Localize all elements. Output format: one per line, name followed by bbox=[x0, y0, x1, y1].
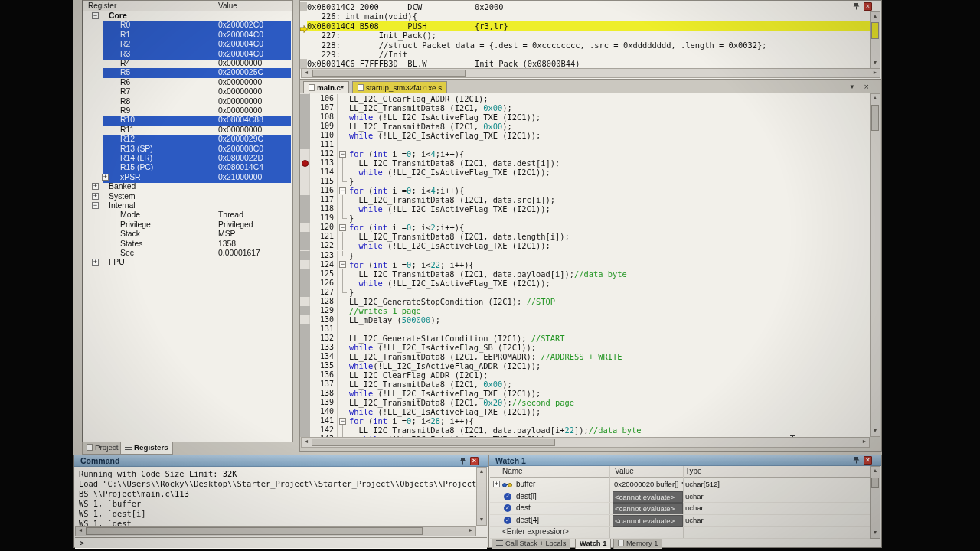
scroll-thumb[interactable] bbox=[871, 478, 879, 488]
scroll-up-icon[interactable]: ▲ bbox=[477, 468, 486, 477]
scroll-down-icon[interactable]: ▼ bbox=[871, 427, 880, 436]
code-line[interactable]: 124−for (int i =0; i<22; i++){ bbox=[300, 260, 871, 269]
expander-icon[interactable]: − bbox=[92, 202, 99, 209]
pin-icon[interactable] bbox=[852, 456, 860, 465]
tree-group-internal[interactable]: −Internal bbox=[83, 201, 292, 211]
expander-icon[interactable]: + bbox=[92, 183, 99, 190]
code-line[interactable]: 131 bbox=[300, 324, 871, 334]
code-line[interactable]: 123} bbox=[300, 251, 871, 260]
code-line[interactable]: 107LL_I2C_TransmitData8 (I2C1, 0x00); bbox=[300, 103, 871, 112]
watch-value[interactable] bbox=[612, 527, 683, 538]
expander-icon[interactable]: − bbox=[92, 12, 99, 19]
code-line[interactable]: 130LL_mDelay (500000); bbox=[300, 315, 871, 324]
disassembly-line[interactable]: 0x080014C2 2000 DCW 0x2000 bbox=[307, 2, 870, 11]
code-line[interactable]: 111 bbox=[300, 140, 871, 149]
register-row[interactable]: R100x08004C88 bbox=[83, 116, 292, 126]
watch-row[interactable]: ✓dest[i]<cannot evaluate>uchar bbox=[490, 491, 870, 504]
watch-value[interactable]: <cannot evaluate> bbox=[612, 503, 683, 514]
scroll-right-icon[interactable]: ► bbox=[466, 527, 475, 536]
expander-icon[interactable]: + bbox=[493, 481, 500, 487]
code-line[interactable]: 115} bbox=[300, 177, 871, 186]
breakpoint-icon[interactable] bbox=[302, 160, 309, 167]
scroll-left-icon[interactable]: ◄ bbox=[302, 69, 311, 78]
register-row[interactable]: R15 (PC)0x080014C4 bbox=[83, 163, 292, 173]
disassembly-hscrollbar[interactable]: ◄ ► bbox=[301, 68, 880, 78]
register-row[interactable]: R40x00000000 bbox=[83, 59, 292, 69]
close-icon[interactable]: × bbox=[470, 457, 479, 465]
scroll-down-icon[interactable]: ▼ bbox=[871, 529, 880, 538]
fold-collapse-icon[interactable]: − bbox=[339, 224, 346, 231]
register-row[interactable]: R10x200004C0 bbox=[83, 31, 292, 41]
fold-collapse-icon[interactable]: − bbox=[339, 261, 346, 268]
internal-row[interactable]: States1358 bbox=[83, 240, 292, 249]
code-line[interactable]: 138while (!LL_I2C_IsActiveFlag_TXE (I2C1… bbox=[300, 389, 871, 398]
tab-registers[interactable]: Registers bbox=[120, 442, 173, 455]
register-row[interactable]: R60x00000000 bbox=[83, 78, 292, 88]
scroll-down-icon[interactable]: ▼ bbox=[871, 59, 880, 68]
code-line[interactable]: 136LL_I2C_ClearFlag_ADDR (I2C1); bbox=[300, 370, 871, 380]
code-line[interactable]: 135while(!LL_I2C_IsActiveFlag_ADDR (I2C1… bbox=[300, 361, 871, 370]
register-row[interactable]: R50x2000025C bbox=[83, 68, 292, 78]
code-line[interactable]: 126 while (!LL_I2C_IsActiveFlag_TXE (I2C… bbox=[300, 279, 871, 288]
code-line[interactable]: 113 LL_I2C_TransmitData8 (I2C1, data.des… bbox=[300, 158, 871, 168]
scroll-thumb[interactable] bbox=[86, 527, 423, 535]
watch-value[interactable]: 0x20000020 buffer[] "" bbox=[612, 479, 683, 491]
register-row[interactable]: R00x200002C0 bbox=[83, 21, 292, 31]
expander-icon[interactable]: + bbox=[92, 259, 99, 266]
tab-list-dropdown-icon[interactable]: ▼ bbox=[849, 83, 855, 90]
code-line[interactable]: 134LL_I2C_TransmitData8 (I2C1, EEPROMADR… bbox=[300, 352, 871, 361]
disassembly-line[interactable]: 0x080014C4 B508 PUSH {r3,lr} bbox=[307, 21, 870, 31]
disassembly-line[interactable]: 227: Init_Pack(); bbox=[307, 31, 870, 40]
tree-group-fpu[interactable]: +FPU bbox=[83, 258, 292, 268]
close-icon[interactable]: × bbox=[864, 456, 872, 465]
register-row[interactable]: R14 (LR)0x0800022D bbox=[83, 154, 292, 164]
code-line[interactable]: 140while (!LL_I2C_IsActiveFlag_TXE (I2C1… bbox=[300, 407, 871, 416]
register-row[interactable]: R120x2000029C bbox=[83, 135, 292, 145]
code-line[interactable]: 137LL_I2C_TransmitData8 (I2C1, 0x00); bbox=[300, 380, 871, 389]
pin-icon[interactable] bbox=[459, 457, 466, 465]
code-line[interactable]: 121 LL_I2C_TransmitData8 (I2C1, data.len… bbox=[300, 232, 871, 241]
watch-row[interactable]: <Enter expression> bbox=[490, 527, 870, 539]
watch-row[interactable]: ✓dest[4]<cannot evaluate>uchar bbox=[490, 515, 870, 527]
code-line[interactable]: 114 while (!LL_I2C_IsActiveFlag_TXE (I2C… bbox=[300, 168, 871, 177]
watch-row[interactable]: +buffer0x20000020 buffer[] ""uchar[512] bbox=[490, 479, 870, 491]
code-line[interactable]: 129//writes 1 page bbox=[300, 306, 871, 315]
internal-row[interactable]: PrivilegePrivileged bbox=[83, 220, 292, 230]
code-line[interactable]: 122 while (!LL_I2C_IsActiveFlag_TXE (I2C… bbox=[300, 241, 871, 250]
editor-vscrollbar[interactable]: ▲ ▼ bbox=[870, 93, 880, 437]
scroll-right-icon[interactable]: ► bbox=[871, 69, 880, 78]
code-line[interactable]: 109LL_I2C_TransmitData8 (I2C1, 0x00); bbox=[300, 122, 871, 131]
tree-group-banked[interactable]: +Banked bbox=[83, 182, 292, 192]
disassembly-vscrollbar[interactable]: ▲ ▼ bbox=[870, 11, 880, 69]
code-line[interactable]: 108while (!LL_I2C_IsActiveFlag_TXE (I2C1… bbox=[300, 112, 871, 122]
expander-icon[interactable]: + bbox=[92, 193, 99, 200]
code-line[interactable]: 117 LL_I2C_TransmitData8 (I2C1, data.src… bbox=[300, 195, 871, 204]
internal-row[interactable]: StackMSP bbox=[83, 230, 292, 240]
editor-hscrollbar[interactable]: ◄ ► bbox=[301, 437, 870, 448]
scroll-up-icon[interactable]: ▲ bbox=[871, 467, 880, 476]
code-line[interactable]: 116−for (int i =0; i<4;i++){ bbox=[300, 186, 871, 195]
code-line[interactable]: 112−for (int i =0; i<4;i++){ bbox=[300, 149, 871, 158]
scroll-down-icon[interactable]: ▼ bbox=[477, 516, 486, 525]
register-row[interactable]: R70x00000000 bbox=[83, 87, 292, 97]
disassembly-line[interactable]: 228: //struct Packet data = {.dest = 0xc… bbox=[307, 41, 870, 50]
pin-icon[interactable] bbox=[852, 2, 860, 11]
scroll-thumb[interactable] bbox=[312, 439, 555, 446]
code-line[interactable]: 118 while (!LL_I2C_IsActiveFlag_TXE (I2C… bbox=[300, 204, 871, 214]
code-line[interactable]: 141−for (int i =0; i<28; i++){ bbox=[300, 416, 871, 425]
register-row[interactable]: R80x00000000 bbox=[83, 97, 292, 107]
command-hscrollbar[interactable]: ◄ ► bbox=[75, 526, 476, 536]
tree-group-system[interactable]: +System bbox=[83, 192, 292, 202]
code-line[interactable]: 132LL_I2C_GenerateStartCondition (I2C1);… bbox=[300, 334, 871, 343]
watch-value[interactable]: <cannot evaluate> bbox=[612, 491, 683, 503]
watch-row[interactable]: ✓dest<cannot evaluate>uchar bbox=[490, 503, 870, 515]
close-document-icon[interactable]: × bbox=[864, 82, 869, 91]
scroll-left-icon[interactable]: ◄ bbox=[76, 527, 85, 536]
scroll-left-icon[interactable]: ◄ bbox=[302, 438, 311, 447]
scroll-thumb[interactable] bbox=[871, 105, 879, 131]
code-line[interactable]: 127} bbox=[300, 288, 871, 297]
register-row[interactable]: R30x200004C0 bbox=[83, 50, 292, 60]
fold-collapse-icon[interactable]: − bbox=[339, 187, 346, 194]
register-row[interactable]: R110x00000000 bbox=[83, 126, 292, 135]
expander-icon[interactable]: + bbox=[102, 174, 109, 181]
